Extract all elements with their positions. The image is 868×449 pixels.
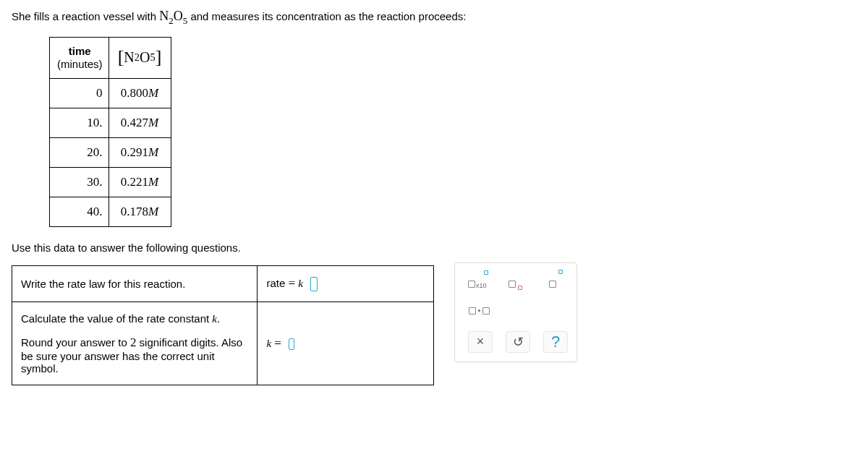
q1-rate-label: rate — [266, 277, 288, 289]
template-superscript-button[interactable] — [549, 270, 571, 291]
cell-c0-v: 0.800 — [121, 86, 148, 100]
cell-c1: 0.427M — [109, 108, 171, 137]
hdr-chem-o: O — [140, 49, 150, 66]
template-scientific-button[interactable]: x10 — [468, 270, 490, 291]
q1-prompt: Write the rate law for this reaction. — [21, 278, 185, 290]
header-concentration: [N2O5] — [109, 37, 171, 78]
intro-chem-n: N — [159, 9, 169, 23]
undo-button[interactable]: ↺ — [506, 331, 530, 353]
q2-l1b: . — [217, 312, 220, 325]
symbol-palette: x10 × ↺ — [454, 262, 577, 362]
cell-t3: 30. — [50, 167, 109, 197]
cell-c4-v: 0.178 — [121, 205, 148, 218]
concentration-table: time (minutes) [N2O5] 0 0.800M 10. 0.427… — [49, 37, 171, 227]
cell-t4: 40. — [50, 197, 109, 226]
q1-answer-cell: rate = k — [258, 265, 434, 302]
use-data-prompt: Use this data to answer the following qu… — [12, 241, 856, 254]
cell-c1-u: M — [148, 116, 158, 129]
q2-prompt-cell: Calculate the value of the rate constant… — [12, 302, 258, 385]
table-row: 10. 0.427M — [50, 108, 171, 137]
hdr-chem-s2: 5 — [150, 51, 155, 64]
intro-chem-o: O — [174, 9, 183, 23]
template-subscript-button[interactable] — [509, 270, 530, 291]
clear-button[interactable]: × — [468, 331, 493, 353]
template-dot-button[interactable] — [468, 301, 490, 321]
cell-c3: 0.221M — [109, 167, 171, 197]
q1-input-slot[interactable] — [310, 277, 318, 291]
hdr-chem-s1: 2 — [135, 51, 140, 64]
cell-c0: 0.800M — [109, 78, 171, 108]
q1-eq: = — [288, 276, 298, 290]
q1-k: k — [298, 278, 303, 289]
table-row: 40. 0.178M — [50, 197, 171, 226]
hdr-chem-n: N — [124, 49, 134, 66]
answer-table: Write the rate law for this reaction. ra… — [12, 265, 434, 385]
help-button[interactable]: ? — [543, 331, 568, 353]
cell-c1-v: 0.427 — [121, 116, 148, 129]
q2-eq: = — [271, 336, 284, 350]
table-row: 20. 0.291M — [50, 137, 171, 167]
table-row: 0 0.800M — [50, 78, 171, 108]
intro-text: She fills a reaction vessel with N2O5 an… — [12, 9, 856, 27]
q1-prompt-cell: Write the rate law for this reaction. — [12, 265, 258, 302]
header-time: time (minutes) — [50, 37, 109, 78]
header-time-l1: time — [69, 45, 91, 57]
x10-label: x10 — [476, 282, 487, 289]
cell-c2: 0.291M — [109, 137, 171, 167]
table-row: 30. 0.221M — [50, 167, 171, 197]
cell-t1: 10. — [50, 108, 109, 137]
cell-c4: 0.178M — [109, 197, 171, 226]
cell-c3-v: 0.221 — [121, 175, 148, 189]
q2-l2a: Round your answer to — [21, 336, 130, 348]
q2-answer-cell: k = — [258, 302, 434, 385]
header-time-l2: (minutes) — [57, 58, 103, 70]
q2-input-slot[interactable] — [289, 338, 294, 350]
cell-c4-u: M — [148, 205, 158, 218]
intro-post: and measures its concentration as the re… — [187, 10, 466, 22]
cell-c2-v: 0.291 — [121, 145, 148, 159]
cell-c0-u: M — [148, 86, 158, 100]
cell-t0: 0 — [50, 78, 109, 108]
cell-t2: 20. — [50, 137, 109, 167]
cell-c2-u: M — [148, 145, 158, 159]
q2-k-prompt: k — [212, 313, 217, 325]
q2-l1a: Calculate the value of the rate constant — [21, 312, 212, 325]
intro-pre: She fills a reaction vessel with — [12, 10, 159, 22]
cell-c3-u: M — [148, 175, 158, 189]
